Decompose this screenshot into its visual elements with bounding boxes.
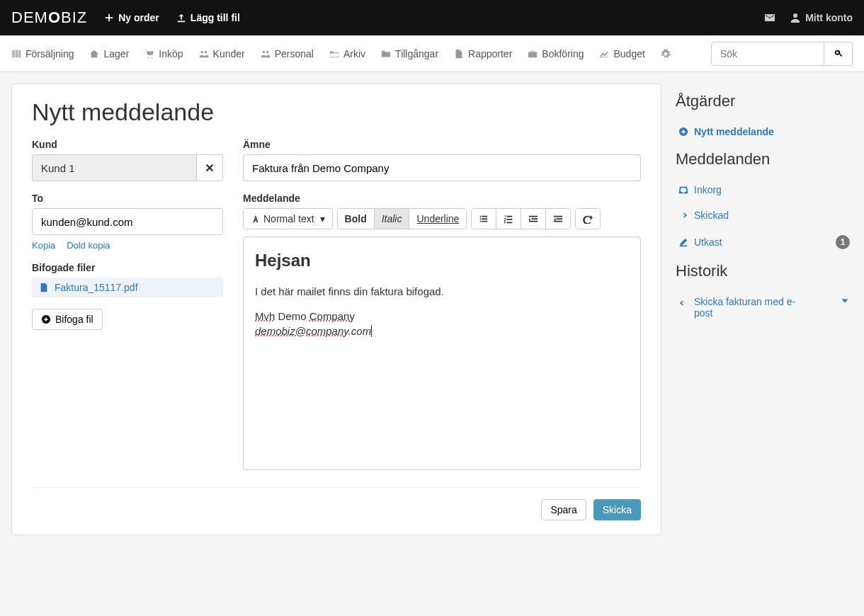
main-nav: Försäljning Lager Inköp Kunder Personal … [0,35,864,72]
redo-icon [583,214,593,224]
sent-label: Skickad [694,210,729,221]
nav-rapporter[interactable]: Rapporter [454,48,512,59]
attach-file-label: Bifoga fil [55,314,93,325]
actions-heading: Åtgärder [676,92,853,110]
list-ul-button[interactable] [472,209,496,229]
bcc-link[interactable]: Dold kopia [67,240,110,251]
history-item-label: Skicka fakturan med e-post [694,296,807,319]
outdent-icon [528,214,538,224]
font-icon [251,214,261,224]
page-title: Nytt meddelande [32,98,641,126]
nav-inkop[interactable]: Inköp [144,48,183,59]
close-icon [205,163,215,173]
nav-kunder[interactable]: Kunder [199,48,245,59]
brand-logo: DEMOBIZ [11,8,87,27]
list-ul-icon [479,214,489,224]
attach-file-button[interactable]: Bifoga fil [32,309,103,330]
indent-icon [553,214,563,224]
barcode-icon [11,49,21,59]
list-ol-icon [504,214,513,224]
user-icon [790,12,801,23]
nav-forsaljning[interactable]: Försäljning [11,48,74,59]
attachment-name: Faktura_15117.pdf [55,282,138,293]
history-item[interactable]: Skicka fakturan med e-post [676,289,853,326]
message-label: Meddelande [243,193,641,204]
chevron-down-icon [840,296,850,306]
new-message-link[interactable]: Nytt meddelande [676,119,853,144]
inbox-label: Inkorg [694,184,722,195]
gear-icon [661,49,671,59]
editor-heading: Hejsan [255,249,629,273]
to-label: To [32,193,223,204]
bold-button[interactable]: Bold [338,209,375,229]
message-editor[interactable]: Hejsan I det här mailet finns din faktur… [243,236,641,470]
customer-label: Kund [32,139,223,150]
inbox-link[interactable]: Inkorg [676,177,853,203]
sent-link[interactable]: Skickad [676,203,853,228]
compose-panel: Nytt meddelande Kund Kund 1 To Kopia Dol… [11,84,661,535]
format-dropdown[interactable]: Normal text ▾ [244,209,332,229]
right-sidebar: Åtgärder Nytt meddelande Meddelanden Ink… [676,84,853,326]
indent-button[interactable] [546,209,570,229]
nav-bokforing[interactable]: Bokföring [528,48,584,59]
upload-icon [176,13,186,23]
editor-body: I det här mailet finns din faktura bifog… [255,284,629,299]
drafts-link[interactable]: Utkast 1 [676,228,853,256]
search-icon [834,49,843,59]
nav-personal[interactable]: Personal [261,48,314,59]
plus-circle-icon [41,314,51,324]
to-input[interactable] [32,208,223,235]
file-icon [39,283,49,292]
search-input[interactable] [711,42,824,66]
folder-icon [381,49,391,59]
attached-label: Bifogade filer [32,262,223,273]
drafts-label: Utkast [694,236,722,248]
redo-button[interactable] [576,209,600,229]
drafts-badge: 1 [836,235,850,249]
attachment-item[interactable]: Faktura_15117.pdf [32,278,223,297]
mail-icon-button[interactable] [764,12,775,23]
chart-line-icon [599,49,609,59]
customer-clear-button[interactable] [196,154,223,181]
list-ol-button[interactable] [496,209,521,229]
caret-down-icon: ▾ [320,213,325,224]
nav-budget[interactable]: Budget [599,48,644,59]
history-heading: Historik [676,262,853,280]
save-button[interactable]: Spara [541,499,586,520]
plus-circle-icon [678,127,688,137]
new-message-label: Nytt meddelande [694,126,774,137]
subject-input[interactable] [243,154,641,181]
new-order-label: Ny order [118,12,159,23]
search-button[interactable] [824,42,853,66]
add-file-button[interactable]: Lägg till fil [176,12,240,23]
users-icon [261,49,271,59]
customer-select[interactable]: Kund 1 [32,154,196,181]
arrow-right-icon [678,210,688,220]
global-search [711,42,853,66]
nav-lager[interactable]: Lager [89,48,129,59]
my-account-button[interactable]: Mitt konto [790,12,853,23]
editor-signature: Mvh Demo Company demobiz@company.com [255,309,629,338]
cart-icon [144,49,154,59]
italic-button[interactable]: Italic [375,209,410,229]
send-button[interactable]: Skicka [593,499,641,520]
outdent-button[interactable] [521,209,546,229]
briefcase-icon [528,49,538,59]
brand-suffix: BIZ [61,8,87,26]
underline-button[interactable]: Underline [409,209,466,229]
inbox-icon [678,185,688,195]
nav-arkiv[interactable]: Arkiv [329,48,365,59]
format-label: Normal text [263,213,314,224]
new-order-button[interactable]: Ny order [104,12,159,23]
add-file-label: Lägg till fil [191,12,240,23]
arrow-left-icon [678,298,688,308]
users-icon [199,49,209,59]
nav-tillgangar[interactable]: Tillgångar [381,48,438,59]
cc-link[interactable]: Kopia [32,240,55,251]
customer-value: Kund 1 [41,162,75,174]
nav-settings[interactable] [661,49,671,59]
file-icon [454,49,464,59]
messages-heading: Meddelanden [676,150,853,169]
topbar: DEMOBIZ Ny order Lägg till fil Mitt kont… [0,0,864,35]
edit-icon [678,237,688,247]
